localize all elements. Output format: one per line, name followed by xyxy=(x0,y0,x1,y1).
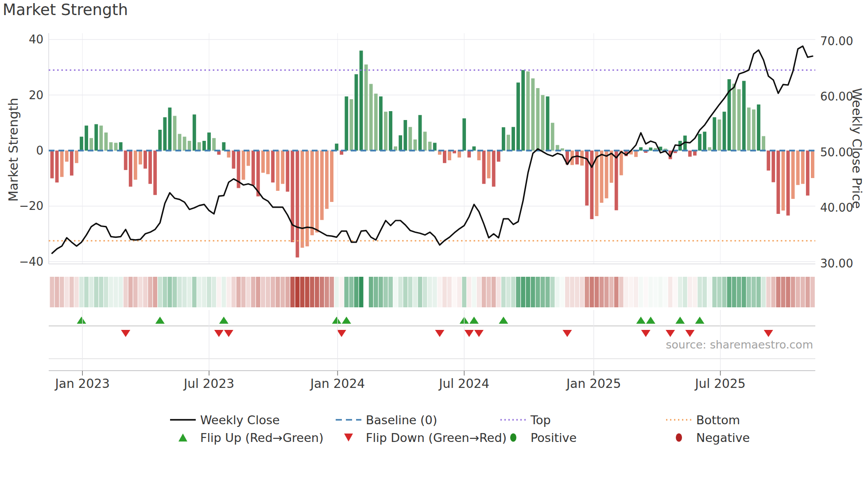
strength-bar xyxy=(183,137,186,151)
strength-bar xyxy=(423,132,427,151)
strength-bar xyxy=(492,151,496,187)
heatmap-cell xyxy=(305,277,310,307)
heatmap-cell xyxy=(60,277,64,307)
heatmap-cell xyxy=(482,277,486,307)
heatmap-cell xyxy=(643,277,648,307)
strength-bar xyxy=(114,143,118,151)
strength-bar xyxy=(414,139,417,151)
heatmap-cell xyxy=(202,277,206,307)
strength-bar xyxy=(787,151,790,216)
heatmap-cell xyxy=(791,277,795,307)
heatmap-cell xyxy=(786,277,790,307)
flip-down-icon xyxy=(764,330,773,337)
flip-down-icon xyxy=(685,330,694,337)
strength-bar xyxy=(153,151,157,195)
strength-bar xyxy=(688,151,692,157)
flip-down-icon xyxy=(337,330,346,337)
strength-bar xyxy=(649,147,652,151)
heatmap-cell xyxy=(447,277,452,307)
heatmap-cell xyxy=(707,277,712,307)
heatmap-cell xyxy=(94,277,98,307)
heatmap-cell xyxy=(668,277,673,307)
heatmap-cell xyxy=(295,277,300,307)
heatmap-cell xyxy=(374,277,378,307)
flip-up-icon xyxy=(636,317,646,324)
strength-bar xyxy=(384,112,388,151)
strength-bar xyxy=(512,127,515,151)
heatmap-cell xyxy=(506,277,511,307)
strength-bar xyxy=(99,126,103,151)
strength-bar xyxy=(173,116,177,151)
strength-bar xyxy=(85,126,88,151)
strength-bar xyxy=(399,136,402,151)
flip-marker-strip xyxy=(49,317,815,337)
heatmap-cell xyxy=(722,277,727,307)
heatmap-cell xyxy=(187,277,192,307)
strength-bar xyxy=(448,151,451,160)
heatmap-cell xyxy=(752,277,756,307)
heatmap-cell xyxy=(717,277,721,307)
strength-bar xyxy=(301,151,304,248)
strength-bar xyxy=(315,151,319,232)
heatmap-cell xyxy=(756,277,761,307)
strength-bar xyxy=(75,151,78,163)
heatmap-cell xyxy=(806,277,810,307)
heatmap-cell xyxy=(261,277,265,307)
heatmap-cell xyxy=(589,277,594,307)
strength-bar xyxy=(306,151,309,246)
strength-bar xyxy=(163,117,167,151)
heatmap-cell xyxy=(207,277,211,307)
heatmap-cell xyxy=(457,277,461,307)
heatmap-cell xyxy=(747,277,751,307)
strength-bar xyxy=(615,151,618,210)
strength-bar xyxy=(771,151,775,182)
heatmap-cell xyxy=(168,277,172,307)
heatmap-cell xyxy=(398,277,403,307)
flip-down-icon xyxy=(641,330,651,337)
heatmap-cell xyxy=(339,277,344,307)
heatmap-cell xyxy=(119,277,123,307)
heatmap-cell xyxy=(418,277,422,307)
flip-up-icon xyxy=(219,317,229,324)
heatmap-cell xyxy=(275,277,280,307)
heatmap-cell xyxy=(575,277,579,307)
strength-bar xyxy=(762,136,765,151)
heatmap-cell xyxy=(163,277,167,307)
heatmap-cell xyxy=(182,277,187,307)
heatmap-cell xyxy=(369,277,373,307)
strength-bar xyxy=(742,81,746,151)
heatmap-cell xyxy=(138,277,143,307)
heatmap-cell xyxy=(280,277,285,307)
strength-bar xyxy=(369,84,373,151)
heatmap-cell xyxy=(472,277,476,307)
strength-bar xyxy=(247,151,250,166)
strength-bar xyxy=(590,151,593,219)
heatmap-cell xyxy=(594,277,599,307)
heatmap-cell xyxy=(236,277,241,307)
strength-bar xyxy=(60,151,64,177)
strength-bar xyxy=(713,117,716,151)
heatmap-cell xyxy=(428,277,432,307)
strength-bar xyxy=(70,151,74,175)
heatmap-cell xyxy=(133,277,138,307)
strength-bar xyxy=(806,151,810,196)
reference-lines xyxy=(49,70,815,241)
heatmap-cell xyxy=(143,277,147,307)
heatmap-cell xyxy=(619,277,624,307)
left-axis-label: Market Strength xyxy=(6,57,21,243)
flip-up-icon xyxy=(332,317,341,324)
left-tick-label: 40 xyxy=(29,33,43,46)
flip-down-icon xyxy=(435,330,444,337)
heatmap-cell xyxy=(173,277,177,307)
heatmap-cell xyxy=(79,277,84,307)
heatmap-cell xyxy=(477,277,481,307)
strength-bar xyxy=(531,78,535,151)
strength-bar xyxy=(482,151,486,184)
heatmap-cell xyxy=(315,277,319,307)
heatmap-cell xyxy=(565,277,570,307)
flip-up-icon xyxy=(469,317,479,324)
heatmap-cell xyxy=(648,277,653,307)
flip-up-icon xyxy=(499,317,508,324)
x-tick-label: Jan 2023 xyxy=(54,376,110,391)
right-tick-label: 30.00 xyxy=(820,257,853,270)
